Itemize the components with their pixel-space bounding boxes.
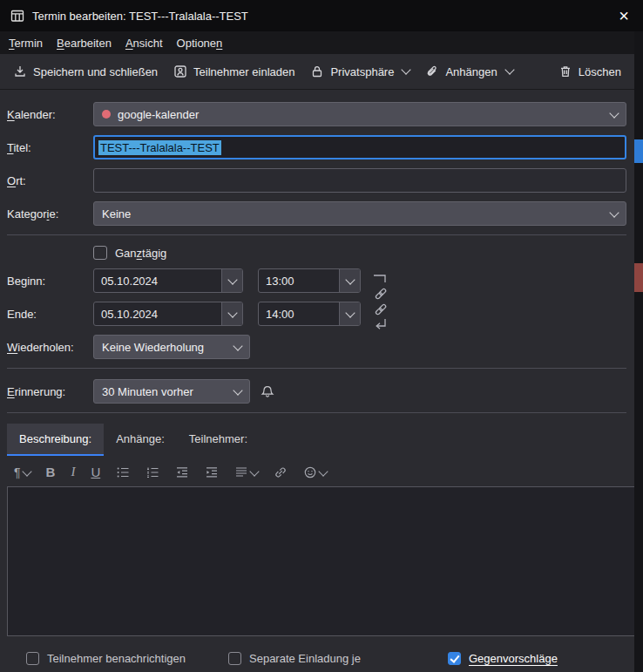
notify-attendees-checkbox[interactable] [26,652,39,665]
tab-beschreibung[interactable]: Beschreibung: [7,424,104,456]
chevron-down-icon [22,466,31,476]
separator [7,412,626,413]
close-button[interactable]: × [605,0,643,31]
title-input[interactable]: TEST---Tralalala--TEST [93,135,626,160]
separate-invitation-option[interactable]: Separate Einladung je [228,652,448,665]
align-icon [234,465,248,479]
chevron-down-icon [609,108,619,118]
reminder-bell-icon [260,384,275,399]
background-window-edge [634,31,643,672]
numbered-list-button[interactable] [146,465,159,479]
menubar: Termin Bearbeiten Ansicht Optionen [0,31,634,54]
start-row: Beginn: 05.10.2024 13:00 [7,268,626,293]
title-label: Titel: [7,141,93,154]
location-input[interactable] [93,168,626,193]
indent-icon [205,465,219,479]
location-row: Ort: [7,168,626,193]
toolbar: Speichern und schließen Teilnehmer einla… [0,54,634,90]
insert-link-button[interactable] [274,465,288,479]
calendar-label: Kalender: [7,108,93,121]
category-dropdown[interactable]: Keine [93,201,626,226]
insert-link-icon [274,465,288,479]
chevron-down-icon [250,466,260,476]
allday-row: Ganztägig [7,246,626,260]
italic-button[interactable]: I [71,465,75,479]
align-button[interactable] [234,465,258,479]
numbered-list-icon [146,465,159,479]
save-and-close-button[interactable]: Speichern und schließen [5,59,166,84]
outdent-button[interactable] [175,465,189,479]
delete-button[interactable]: Löschen [551,59,629,84]
end-row: Ende: 05.10.2024 14:00 [7,302,626,326]
save-icon [13,64,27,78]
bullet-list-icon [116,465,130,479]
bold-button[interactable]: B [46,465,56,479]
editor-toolbar: ¶ B I U [0,456,643,485]
counter-proposals-checkbox[interactable] [448,652,461,665]
chevron-down-icon [319,466,328,476]
invite-attendees-icon [173,64,187,78]
menu-bearbeiten[interactable]: Bearbeiten [50,33,118,53]
notify-attendees-option[interactable]: Teilnehmer benachrichtigen [26,652,228,665]
link-times-icon[interactable] [371,270,394,333]
chevron-down-icon [233,385,242,395]
repeat-row: Wiederholen: Keine Wiederholung [7,335,626,359]
allday-label: Ganztägig [115,247,166,260]
attach-button[interactable]: Anhängen [417,59,520,84]
footer-options: Teilnehmer benachrichtigen Separate Einl… [0,652,643,665]
paragraph-format-button[interactable]: ¶ [14,465,30,479]
window-title: Termin bearbeiten: TEST---Tralalala--TES… [32,10,248,23]
outdent-icon [175,465,189,479]
lock-icon [310,64,324,78]
end-label: Ende: [7,308,93,321]
chevron-down-icon[interactable] [221,269,242,292]
chevron-down-icon[interactable] [339,269,360,292]
title-row: Titel: TEST---Tralalala--TEST [7,135,626,160]
counter-proposals-option[interactable]: Gegenvorschläge [448,652,558,665]
privacy-button[interactable]: Privatsphäre [302,59,417,84]
paperclip-icon [425,64,439,78]
detail-tabs: Beschreibung: Anhänge: Teilnehmer: [7,424,641,456]
chevron-down-icon [402,64,411,74]
background-red-block [634,263,643,292]
tab-anhaenge[interactable]: Anhänge: [104,424,177,456]
start-label: Beginn: [7,275,93,288]
reminder-dropdown[interactable]: 30 Minuten vorher [93,379,250,404]
app-calendar-icon [10,9,24,23]
chevron-down-icon [609,207,619,217]
separator [7,234,626,235]
menu-ansicht[interactable]: Ansicht [118,33,170,53]
smiley-button[interactable] [303,465,327,479]
category-row: Kategorie: Keine [7,201,626,226]
datetime-block: Beginn: 05.10.2024 13:00 Ende: 05.10.202… [7,268,626,326]
calendar-dropdown[interactable]: google-kalender [93,102,626,126]
selected-text: TEST---Tralalala--TEST [98,140,221,155]
chevron-down-icon [504,64,514,74]
invite-attendees-button[interactable]: Teilnehmer einladen [166,59,302,84]
chevron-down-icon[interactable] [221,302,242,325]
start-date-picker[interactable]: 05.10.2024 [93,268,243,293]
repeat-label: Wiederholen: [7,341,93,354]
allday-checkbox[interactable] [93,246,107,260]
indent-button[interactable] [205,465,219,479]
end-time-picker[interactable]: 14:00 [258,302,361,326]
location-label: Ort: [7,174,93,187]
menu-termin[interactable]: Termin [2,33,50,53]
bullet-list-button[interactable] [116,465,130,479]
tab-teilnehmer[interactable]: Teilnehmer: [177,424,260,456]
description-editor[interactable] [7,486,641,636]
underline-button[interactable]: U [91,465,100,479]
event-form: Kalender: google-kalender Titel: TEST---… [0,90,634,413]
separate-invitation-checkbox[interactable] [228,652,241,665]
start-time-picker[interactable]: 13:00 [258,268,361,293]
menu-optionen[interactable]: Optionen [170,33,230,53]
category-label: Kategorie: [7,207,93,221]
background-blue-block [634,139,643,163]
calendar-row: Kalender: google-kalender [7,102,626,126]
repeat-dropdown[interactable]: Keine Wiederholung [93,335,250,359]
reminder-label: Erinnerung: [7,385,93,398]
chevron-down-icon [233,341,242,350]
separator [7,368,626,369]
chevron-down-icon[interactable] [339,302,360,325]
end-date-picker[interactable]: 05.10.2024 [93,302,243,326]
